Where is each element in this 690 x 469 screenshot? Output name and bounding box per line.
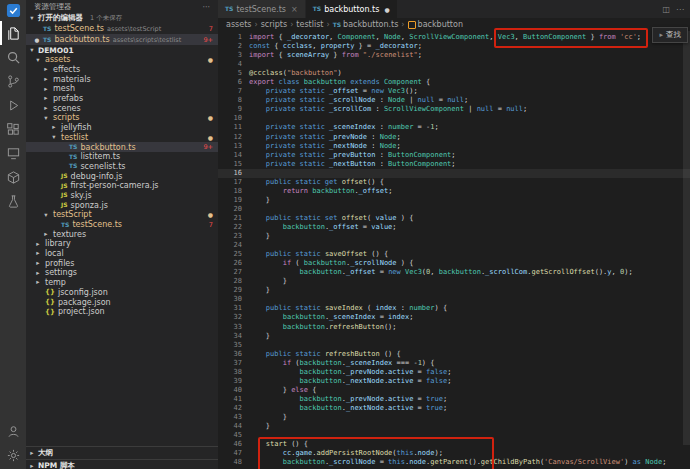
- close-icon[interactable]: ×: [291, 5, 298, 14]
- code-line[interactable]: 30: [218, 295, 690, 304]
- tree-folder-prefabs[interactable]: ▸prefabs: [26, 94, 218, 104]
- tree-file-jsconfig.json[interactable]: {}jsconfig.json: [26, 288, 218, 298]
- code-line[interactable]: 37 if (backbutton._sceneIndex === -1) {: [218, 359, 690, 368]
- code-line[interactable]: 41 backbutton._prevNode.active = true;: [218, 395, 690, 404]
- code-line[interactable]: 35: [218, 341, 690, 350]
- tree-folder-mesh[interactable]: ▸mesh: [26, 84, 218, 94]
- tree-folder-assets[interactable]: ▾assets●: [26, 55, 218, 65]
- code-line[interactable]: 47 cc.game.addPersistRootNode(this.node)…: [218, 449, 690, 458]
- code-line[interactable]: 16: [218, 169, 690, 178]
- tree-file-first-person-camera.js[interactable]: JSfirst-person-camera.js: [26, 181, 218, 191]
- code-line[interactable]: 10: [218, 114, 690, 123]
- settings-gear-icon[interactable]: [0, 443, 26, 467]
- code-line[interactable]: 39 backbutton._nextNode.active = false;: [218, 377, 690, 386]
- code-line[interactable]: 2const { ccclass, property } = _decorato…: [218, 42, 690, 51]
- search-icon[interactable]: [0, 45, 26, 69]
- code-line[interactable]: 44 }: [218, 422, 690, 431]
- tree-file-sponza.js[interactable]: JSsponza.js: [26, 200, 218, 210]
- open-editor-item[interactable]: TStestScene.tsassets\testScript7: [26, 23, 218, 34]
- tree-file-backbutton.ts[interactable]: TSbackbutton.ts9+: [26, 142, 218, 152]
- tree-folder-effects[interactable]: ▸effects: [26, 65, 218, 75]
- code-line[interactable]: 13 private static _nextNode : Node;: [218, 142, 690, 151]
- breadcrumb-scripts[interactable]: scripts: [261, 20, 287, 29]
- split-editor-icon[interactable]: ◫: [662, 5, 670, 14]
- run-debug-icon[interactable]: [0, 93, 26, 117]
- code-line[interactable]: 4: [218, 60, 690, 69]
- code-line[interactable]: 48 backbutton._scrollNode = this.node.ge…: [218, 458, 690, 467]
- code-line[interactable]: 43 }: [218, 413, 690, 422]
- tree-file-scenelist.ts[interactable]: TSscenelist.ts: [26, 162, 218, 172]
- code-line[interactable]: 1import { _decorator, Component, Node, S…: [218, 33, 690, 42]
- vertical-scrollbar[interactable]: [683, 31, 690, 445]
- tree-folder-library[interactable]: ▸library: [26, 239, 218, 249]
- tree-file-debug-info.js[interactable]: JSdebug-info.js: [26, 171, 218, 181]
- code-line[interactable]: 24: [218, 241, 690, 250]
- code-line[interactable]: 34 }: [218, 332, 690, 341]
- code-line[interactable]: 7 private static _offset = new Vec3();: [218, 87, 690, 96]
- tree-folder-settings[interactable]: ▸settings: [26, 268, 218, 278]
- app-logo-icon[interactable]: [0, 0, 26, 21]
- section-header[interactable]: ▸大纲: [26, 446, 218, 459]
- more-actions-icon[interactable]: ⋯: [203, 2, 211, 11]
- account-icon[interactable]: [0, 419, 26, 443]
- cube-icon[interactable]: [0, 165, 26, 189]
- open-editor-item[interactable]: ●TSbackbutton.tsassets\scripts\testlist9…: [26, 34, 218, 45]
- find-widget[interactable]: ▸ 查找: [652, 27, 688, 43]
- breadcrumb-backbutton.ts[interactable]: TSbackbutton.ts: [333, 20, 399, 29]
- code-line[interactable]: 45: [218, 431, 690, 440]
- tree-file-project.json[interactable]: {}project.json: [26, 307, 218, 317]
- code-line[interactable]: 6export class backbutton extends Compone…: [218, 78, 690, 87]
- code-editor[interactable]: 1import { _decorator, Component, Node, S…: [218, 31, 690, 469]
- breadcrumb-testlist[interactable]: testlist: [296, 20, 323, 29]
- tab-backbutton.ts[interactable]: TSbackbutton.ts●: [306, 0, 398, 18]
- code-line[interactable]: 31 public static saveIndex ( index : num…: [218, 304, 690, 313]
- chevron-right-icon[interactable]: ▸: [659, 31, 663, 39]
- extensions-icon[interactable]: [0, 117, 26, 141]
- explorer-icon[interactable]: [0, 21, 26, 45]
- code-line[interactable]: 33 backbutton.refreshButton();: [218, 323, 690, 332]
- code-line[interactable]: 12 private static _prevNode : Node;: [218, 133, 690, 142]
- dirty-dot-icon[interactable]: ●: [384, 6, 389, 13]
- code-line[interactable]: 22 backbutton._offset = value;: [218, 223, 690, 232]
- more-actions-icon[interactable]: ⋯: [676, 5, 684, 14]
- code-line[interactable]: 8 private static _scrollNode : Node | nu…: [218, 96, 690, 105]
- code-line[interactable]: 25 public static saveOffset () {: [218, 250, 690, 259]
- tab-testScene.ts[interactable]: TStestScene.ts×: [218, 0, 306, 18]
- code-line[interactable]: 26 if ( backbutton._scrollNode ) {: [218, 259, 690, 268]
- code-line[interactable]: 17 public static get offset() {: [218, 178, 690, 187]
- code-line[interactable]: 36 public static refreshButton () {: [218, 350, 690, 359]
- tree-folder-temp[interactable]: ▸temp: [26, 278, 218, 288]
- code-line[interactable]: 28 }: [218, 277, 690, 286]
- code-line[interactable]: 5@ccclass("backbutton"): [218, 69, 690, 78]
- code-line[interactable]: 21 public static set offset( value ) {: [218, 214, 690, 223]
- tree-file-testScene.ts[interactable]: TStestScene.ts7: [26, 220, 218, 230]
- breadcrumb-backbutton[interactable]: backbutton: [408, 20, 463, 29]
- open-editors-header[interactable]: ▾ 打开的编辑器 1 个未保存: [26, 13, 218, 23]
- code-line[interactable]: 38 backbutton._prevNode.active = false;: [218, 368, 690, 377]
- find-label[interactable]: 查找: [666, 30, 681, 40]
- code-line[interactable]: 14 private static _prevButton : ButtonCo…: [218, 151, 690, 160]
- code-line[interactable]: 32 backbutton._sceneIndex = index;: [218, 313, 690, 322]
- tree-folder-textures[interactable]: ▸textures: [26, 229, 218, 239]
- tree-folder-local[interactable]: ▸local: [26, 249, 218, 259]
- code-line[interactable]: 27 backbutton._offset = new Vec3(0, back…: [218, 268, 690, 277]
- code-line[interactable]: 42 backbutton._nextNode.active = true;: [218, 404, 690, 413]
- code-line[interactable]: 46 start () {: [218, 440, 690, 449]
- source-control-icon[interactable]: [0, 69, 26, 93]
- tree-folder-materials[interactable]: ▸materials: [26, 74, 218, 84]
- code-line[interactable]: 11 private static _sceneIndex : number =…: [218, 123, 690, 132]
- tree-folder-scripts[interactable]: ▾scripts●: [26, 113, 218, 123]
- code-line[interactable]: 18 return backbutton._offset;: [218, 187, 690, 196]
- tree-folder-scenes[interactable]: ▸scenes: [26, 103, 218, 113]
- code-line[interactable]: 40 } else {: [218, 386, 690, 395]
- tree-folder-profiles[interactable]: ▸profiles: [26, 258, 218, 268]
- code-line[interactable]: 23 }: [218, 232, 690, 241]
- tree-folder-testlist[interactable]: ▾testlist●: [26, 133, 218, 143]
- tree-file-listitem.ts[interactable]: TSlistitem.ts: [26, 152, 218, 162]
- breadcrumb-assets[interactable]: assets: [226, 20, 251, 29]
- flask-icon[interactable]: [0, 189, 26, 213]
- tree-file-package.json[interactable]: {}package.json: [26, 297, 218, 307]
- remote-icon[interactable]: [0, 141, 26, 165]
- tree-folder-testScript[interactable]: ▾testScript●: [26, 210, 218, 220]
- tree-file-sky.js[interactable]: JSsky.js: [26, 191, 218, 201]
